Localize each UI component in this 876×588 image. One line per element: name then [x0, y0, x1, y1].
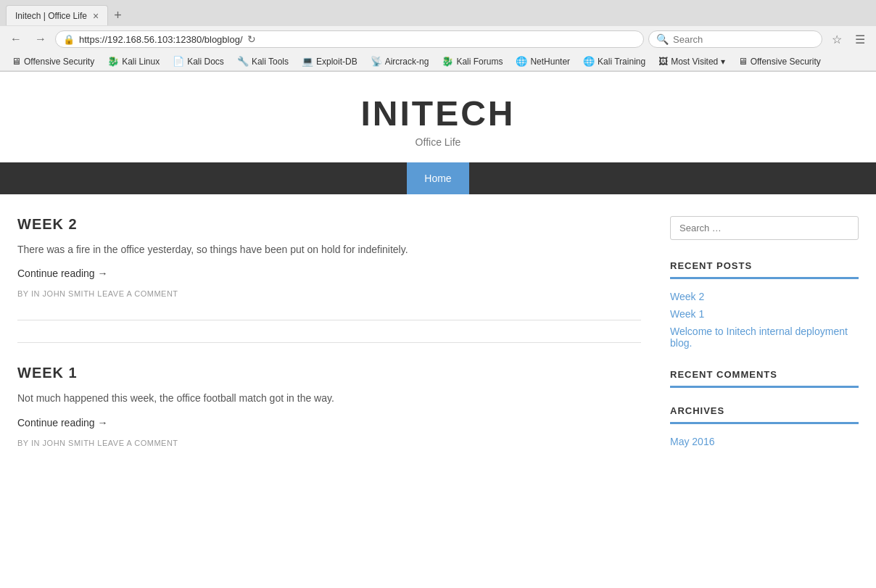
bookmark-label: Kali Training [598, 57, 645, 67]
toolbar-icons: ☆ ☰ [827, 29, 870, 49]
post-title-week2: WEEK 2 [17, 216, 641, 233]
nav-item-home[interactable]: Home [407, 162, 468, 194]
bookmark-label: NetHunter [530, 57, 570, 67]
sidebar-search-input[interactable] [670, 216, 859, 240]
url-text: https://192.168.56.103:12380/blogblog/ [79, 34, 243, 45]
bookmark-icon: 🖥 [12, 56, 21, 67]
bookmark-label: Kali Tools [252, 57, 289, 67]
page-wrapper: INITECH Office Life Home WEEK 2 There wa… [0, 72, 876, 565]
archives-title: ARCHIVES [670, 405, 859, 424]
bookmark-icon: 🖼 [658, 56, 668, 67]
continue-reading-week2[interactable]: Continue reading → [17, 268, 108, 279]
bookmark-most-visited[interactable]: 🖼 Most Visited ▾ [653, 54, 730, 68]
bookmark-icon: 🌐 [583, 56, 595, 67]
tab-bar: Initech | Office Life × + [0, 0, 876, 26]
star-button[interactable]: ☆ [827, 29, 847, 49]
recent-post-link-week2[interactable]: Week 2 [670, 288, 859, 305]
sidebar-recent-comments: RECENT COMMENTS [670, 369, 859, 388]
site-subtitle: Office Life [15, 136, 861, 148]
recent-post-link-week1[interactable]: Week 1 [670, 305, 859, 323]
bookmark-label: Aircrack-ng [385, 57, 429, 67]
site-header: INITECH Office Life [0, 72, 876, 162]
post-week-1: WEEK 1 Not much happened this week, the … [17, 365, 641, 468]
address-bar: ← → 🔒 https://192.168.56.103:12380/blogb… [0, 26, 876, 52]
menu-button[interactable]: ☰ [850, 29, 870, 49]
post-title-week1: WEEK 1 [17, 365, 641, 381]
main-content: WEEK 2 There was a fire in the office ye… [3, 194, 873, 513]
browser-search-box[interactable]: 🔍 [648, 30, 822, 48]
back-button[interactable]: ← [6, 29, 26, 49]
tab-title: Initech | Office Life [15, 11, 87, 21]
reload-button[interactable]: ↻ [247, 33, 256, 45]
bookmark-nethunter[interactable]: 🌐 NetHunter [510, 54, 576, 68]
bookmark-icon: 📄 [173, 56, 184, 67]
bookmark-icon: 🐉 [442, 56, 453, 67]
search-icon: 🔍 [656, 33, 669, 45]
bookmark-offensive-security-1[interactable]: 🖥 Offensive Security [6, 54, 100, 68]
bookmark-kali-training[interactable]: 🌐 Kali Training [577, 54, 651, 68]
url-field[interactable]: 🔒 https://192.168.56.103:12380/blogblog/… [55, 30, 644, 48]
browser-chrome: Initech | Office Life × + ← → 🔒 https://… [0, 0, 876, 72]
bookmark-icon: 🐉 [107, 56, 119, 67]
post-excerpt-week2: There was a fire in the office yesterday… [17, 241, 641, 257]
tab-close-button[interactable]: × [93, 10, 99, 22]
sidebar: RECENT POSTS Week 2 Week 1 Welcome to In… [670, 216, 859, 491]
bookmark-kali-forums[interactable]: 🐉 Kali Forums [436, 54, 508, 68]
post-week-2: WEEK 2 There was a fire in the office ye… [17, 216, 641, 320]
bookmark-label: Exploit-DB [316, 57, 358, 67]
bookmark-icon: 🔧 [237, 56, 249, 67]
bookmark-label: Offensive Security [751, 57, 821, 67]
new-tab-button[interactable]: + [108, 8, 128, 23]
post-meta-week1: BY IN JOHN SMITH LEAVE A COMMENT [17, 439, 641, 447]
bookmark-label: Kali Forums [456, 57, 503, 67]
sidebar-recent-posts: RECENT POSTS Week 2 Week 1 Welcome to In… [670, 260, 859, 352]
posts-column: WEEK 2 There was a fire in the office ye… [17, 216, 641, 491]
recent-post-link-welcome[interactable]: Welcome to Initech internal deployment b… [670, 323, 859, 352]
active-tab[interactable]: Initech | Office Life × [6, 5, 108, 25]
continue-reading-week1[interactable]: Continue reading → [17, 417, 108, 428]
bookmark-kali-docs[interactable]: 📄 Kali Docs [167, 54, 230, 68]
recent-posts-title: RECENT POSTS [670, 260, 859, 279]
recent-comments-title: RECENT COMMENTS [670, 369, 859, 388]
site-nav: Home [0, 162, 876, 194]
bookmark-kali-linux[interactable]: 🐉 Kali Linux [102, 54, 165, 68]
bookmark-label: Kali Linux [122, 57, 160, 67]
bookmark-icon: 📡 [371, 56, 382, 67]
browser-search-input[interactable] [673, 34, 814, 45]
forward-button[interactable]: → [30, 29, 51, 49]
bookmark-icon: 🖥 [738, 56, 748, 67]
bookmarks-bar: 🖥 Offensive Security 🐉 Kali Linux 📄 Kali… [0, 52, 876, 71]
archive-may-2016[interactable]: May 2016 [670, 433, 859, 450]
sidebar-archives: ARCHIVES May 2016 [670, 405, 859, 450]
bookmark-exploit-db[interactable]: 💻 Exploit-DB [296, 54, 363, 68]
bookmark-label: Offensive Security [24, 57, 94, 67]
bookmark-label: Kali Docs [187, 57, 224, 67]
bookmark-icon: 🌐 [516, 56, 527, 67]
sidebar-search[interactable] [670, 216, 859, 240]
bookmark-offensive-security-2[interactable]: 🖥 Offensive Security [732, 54, 827, 68]
post-meta-week2: BY IN JOHN SMITH LEAVE A COMMENT [17, 289, 641, 298]
bookmark-icon: 💻 [302, 56, 313, 67]
bookmark-kali-tools[interactable]: 🔧 Kali Tools [231, 54, 294, 68]
security-icon: 🔒 [63, 34, 75, 45]
bookmark-label: Most Visited ▾ [671, 57, 724, 67]
post-separator [17, 342, 641, 343]
bookmark-aircrack[interactable]: 📡 Aircrack-ng [365, 54, 435, 68]
site-title: INITECH [15, 94, 861, 133]
post-excerpt-week1: Not much happened this week, the office … [17, 390, 641, 406]
